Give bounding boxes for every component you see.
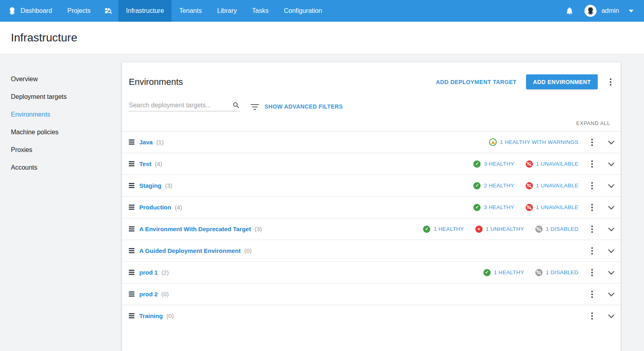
nav-label: Infrastructure: [126, 7, 164, 14]
chevron-down-icon[interactable]: [608, 269, 615, 275]
row-overflow-menu-button[interactable]: [589, 158, 595, 170]
search-input[interactable]: [129, 102, 232, 109]
sidebar-item-deployment-targets[interactable]: Deployment targets: [11, 93, 122, 100]
show-advanced-filters-button[interactable]: SHOW ADVANCED FILTERS: [264, 103, 343, 110]
chevron-down-icon[interactable]: [608, 290, 615, 297]
environment-stack-icon: [129, 291, 134, 297]
environment-row[interactable]: A Guided Deployment Environment (0): [122, 240, 621, 261]
status-label: 1 UNAVAILABLE: [536, 161, 578, 167]
environment-row[interactable]: Training (0): [122, 305, 621, 326]
unavailable-status-icon: [526, 204, 533, 211]
status-chip-disabled[interactable]: 1 DISABLED: [535, 269, 578, 276]
warning-status-icon: [489, 138, 497, 146]
status-chip-unhealthy[interactable]: 1 UNHEALTHY: [475, 226, 524, 233]
nav-item-tenants[interactable]: Tenants: [171, 0, 209, 22]
environment-row[interactable]: Staging (3) 2 HEALTHY1 UNAVAILABLE: [122, 174, 621, 196]
notifications-bell-icon[interactable]: [565, 6, 574, 15]
nav-search-button[interactable]: [98, 0, 118, 22]
status-summary: 3 HEALTHY1 UNAVAILABLE: [473, 160, 578, 168]
nav-item-projects[interactable]: Projects: [60, 0, 98, 22]
environment-name-link[interactable]: Training: [139, 312, 163, 319]
status-label: 1 HEALTHY WITH WARNINGS: [500, 139, 578, 145]
status-summary: 1 HEALTHY1 DISABLED: [483, 269, 578, 276]
environment-row[interactable]: Test (4) 3 HEALTHY1 UNAVAILABLE: [122, 153, 621, 174]
environment-count: (0): [161, 291, 169, 298]
status-label: 1 UNAVAILABLE: [536, 204, 578, 210]
add-environment-button[interactable]: ADD ENVIRONMENT: [526, 74, 598, 89]
environment-stack-icon: [129, 226, 134, 232]
environment-count: (0): [244, 247, 252, 254]
status-chip-healthy[interactable]: 3 HEALTHY: [473, 204, 514, 211]
unhealthy-status-icon: [475, 226, 483, 233]
status-label: 3 HEALTHY: [484, 161, 514, 167]
nav-label: Configuration: [284, 7, 322, 14]
row-overflow-menu-button[interactable]: [589, 136, 595, 148]
status-chip-healthy[interactable]: 1 HEALTHY: [483, 269, 524, 276]
environment-name-link[interactable]: Staging: [139, 182, 161, 189]
status-chip-healthy[interactable]: 3 HEALTHY: [473, 160, 514, 168]
sidebar-item-overview[interactable]: Overview: [11, 76, 122, 82]
row-overflow-menu-button[interactable]: [589, 223, 595, 235]
status-label: 2 HEALTHY: [484, 183, 514, 189]
row-overflow-menu-button[interactable]: [589, 288, 595, 300]
status-chip-disabled[interactable]: 1 DISABLED: [535, 226, 578, 233]
chevron-down-icon[interactable]: [608, 203, 615, 210]
environment-name-link[interactable]: Production: [139, 204, 171, 211]
unavailable-status-icon: [526, 182, 533, 189]
user-name: admin: [601, 7, 619, 14]
environment-name-link[interactable]: prod 1: [139, 269, 158, 276]
environment-row[interactable]: prod 1 (2) 1 HEALTHY1 DISABLED: [122, 261, 621, 283]
nav-item-infrastructure[interactable]: Infrastructure: [118, 0, 171, 22]
status-chip-unavailable[interactable]: 1 UNAVAILABLE: [526, 182, 578, 189]
chevron-down-icon[interactable]: [608, 312, 615, 318]
chevron-down-icon[interactable]: [608, 247, 615, 253]
nav-item-configuration[interactable]: Configuration: [276, 0, 330, 22]
expand-all-button[interactable]: EXPAND ALL: [576, 120, 610, 126]
chevron-down-icon[interactable]: [608, 225, 615, 232]
environment-row[interactable]: A Environment With Deprecated Target (3)…: [122, 218, 621, 240]
environment-stack-icon: [129, 161, 134, 166]
chevron-down-icon[interactable]: [608, 160, 615, 166]
environment-row[interactable]: Production (4) 3 HEALTHY1 UNAVAILABLE: [122, 196, 621, 218]
sidebar-item-machine-policies[interactable]: Machine policies: [11, 129, 122, 135]
sidebar-item-accounts[interactable]: Accounts: [11, 164, 122, 171]
row-overflow-menu-button[interactable]: [589, 245, 595, 257]
status-label: 1 DISABLED: [546, 269, 578, 275]
environment-name-link[interactable]: A Environment With Deprecated Target: [139, 226, 251, 232]
nav-item-tasks[interactable]: Tasks: [244, 0, 276, 22]
filter-icon[interactable]: [251, 103, 259, 110]
status-chip-healthy[interactable]: 1 HEALTHY: [423, 226, 464, 233]
environment-stack-icon: [129, 270, 134, 275]
environment-name-link[interactable]: prod 2: [139, 291, 158, 298]
nav-label: Tasks: [252, 7, 268, 14]
row-overflow-menu-button[interactable]: [589, 310, 595, 322]
sidebar-item-proxies[interactable]: Proxies: [11, 146, 122, 153]
row-overflow-menu-button[interactable]: [589, 180, 595, 192]
environment-row[interactable]: prod 2 (0): [122, 283, 621, 305]
nav-label: Dashboard: [21, 7, 52, 14]
status-chip-warning[interactable]: 1 HEALTHY WITH WARNINGS: [489, 138, 578, 146]
row-overflow-menu-button[interactable]: [589, 267, 595, 279]
nav-label: Tenants: [179, 7, 202, 14]
status-chip-healthy[interactable]: 2 HEALTHY: [473, 182, 514, 189]
environment-name-link[interactable]: Java: [139, 139, 153, 146]
status-summary: 3 HEALTHY1 UNAVAILABLE: [473, 204, 578, 211]
sidebar-item-environments[interactable]: Environments: [11, 111, 122, 118]
environment-name-link[interactable]: Test: [139, 160, 151, 167]
nav-item-dashboard[interactable]: Dashboard: [0, 0, 60, 22]
nav-item-library[interactable]: Library: [209, 0, 244, 22]
page-header: Infrastructure: [0, 22, 644, 53]
octopus-logo-icon: [8, 6, 17, 15]
healthy-status-icon: [473, 182, 481, 189]
add-deployment-target-button[interactable]: ADD DEPLOYMENT TARGET: [436, 79, 516, 85]
user-menu[interactable]: admin: [584, 5, 634, 17]
chevron-down-icon[interactable]: [608, 138, 615, 145]
environment-row[interactable]: Java (1) 1 HEALTHY WITH WARNINGS: [122, 131, 621, 153]
chevron-down-icon[interactable]: [608, 182, 615, 188]
environment-name-link[interactable]: A Guided Deployment Environment: [139, 247, 241, 254]
status-chip-unavailable[interactable]: 1 UNAVAILABLE: [526, 204, 578, 211]
nav-label: Library: [217, 7, 237, 14]
row-overflow-menu-button[interactable]: [589, 201, 595, 213]
panel-overflow-menu-button[interactable]: [607, 76, 614, 88]
status-chip-unavailable[interactable]: 1 UNAVAILABLE: [526, 160, 578, 168]
